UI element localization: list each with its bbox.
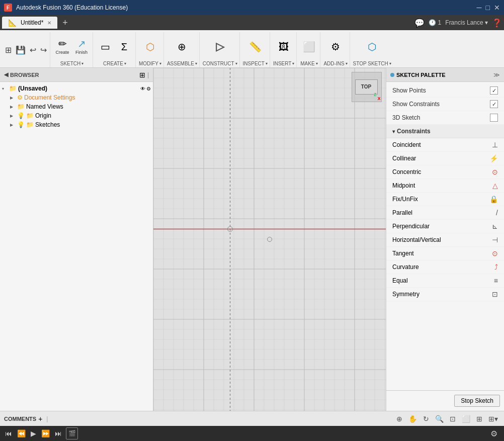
expand-icon-sketches[interactable]: ▶	[10, 123, 17, 127]
minimize-button[interactable]: ─	[477, 4, 482, 12]
browser-title-text: BROWSER	[10, 72, 39, 78]
expand-icon-origin[interactable]: ▶	[10, 114, 17, 118]
new-tab-button[interactable]: +	[58, 16, 72, 30]
tab-untitled[interactable]: 📐 Untitled* ✕	[2, 17, 57, 29]
tree-item-sketches[interactable]: ▶ 💡 📁 Sketches	[0, 120, 153, 129]
chat-icon[interactable]: 💬	[414, 18, 425, 28]
canvas-area[interactable]: TOP X Z	[153, 68, 386, 411]
make-label[interactable]: MAKE	[300, 61, 317, 67]
insert-label[interactable]: INSERT	[273, 61, 295, 67]
undo-button[interactable]: ↩	[29, 44, 37, 56]
history-icon[interactable]: 🕐 1	[429, 19, 441, 26]
show-points-row[interactable]: Show Points	[386, 84, 504, 98]
help-icon[interactable]: ❓	[492, 18, 502, 28]
root-eye-icon[interactable]: 👁	[140, 86, 145, 92]
step-forward-button[interactable]: ⏩	[40, 428, 51, 438]
add-comment-icon[interactable]: +	[38, 415, 42, 423]
show-points-label: Show Points	[392, 87, 426, 94]
modify-label[interactable]: MODIFY	[139, 61, 161, 67]
show-constraints-checkbox[interactable]	[490, 100, 498, 108]
tree-item-named-views[interactable]: ▶ 📁 Named Views	[0, 102, 153, 111]
inspect-button[interactable]: 📏	[246, 34, 264, 59]
addins-button[interactable]: ⚙	[326, 34, 345, 59]
step-back-button[interactable]: ⏪	[16, 428, 27, 438]
browser-collapse-icon[interactable]: ◀	[4, 71, 8, 78]
inspect-label[interactable]: INSPECT	[243, 61, 268, 67]
user-menu[interactable]: Francis Lance ▾	[445, 19, 488, 26]
redo-button[interactable]: ↪	[39, 44, 48, 56]
save-button[interactable]: 💾	[15, 44, 27, 56]
tree-item-root[interactable]: ▾ 📁 (Unsaved) 👁 ⚙	[0, 84, 153, 93]
create-sketch-button[interactable]: ✏ Create	[53, 34, 71, 59]
title-bar-controls[interactable]: ─ □ ✕	[477, 4, 500, 12]
construct-button[interactable]: ▷	[211, 34, 229, 59]
pan-button[interactable]: ✋	[406, 414, 419, 424]
play-button[interactable]: ▶	[30, 428, 37, 438]
parallel-row[interactable]: Parallel /	[386, 206, 504, 220]
sigma-button[interactable]: Σ	[115, 34, 133, 59]
constraints-section[interactable]: Constraints	[386, 125, 504, 138]
midpoint-row[interactable]: Midpoint △	[386, 179, 504, 193]
browser-expand-icon[interactable]: ⊞	[139, 71, 145, 79]
palette-header: SKETCH PALETTE ≫	[386, 68, 504, 82]
concentric-row[interactable]: Concentric ⊙	[386, 165, 504, 179]
go-to-start-button[interactable]: ⏮	[4, 428, 13, 438]
3d-sketch-checkbox[interactable]	[490, 114, 498, 122]
sketch-label[interactable]: SKETCH	[60, 61, 84, 67]
3d-sketch-label: 3D Sketch	[392, 114, 420, 121]
rectangle-button[interactable]: ▭	[96, 34, 114, 59]
coincident-row[interactable]: Coincident ⊥	[386, 138, 504, 152]
horizontal-vertical-row[interactable]: Horizontal/Vertical ⊣	[386, 233, 504, 247]
stop-sketch-toolbar-button[interactable]: ⬡	[363, 34, 381, 59]
equal-row[interactable]: Equal ≡	[386, 274, 504, 288]
collinear-row[interactable]: Collinear ⚡	[386, 152, 504, 165]
show-points-checkbox[interactable]	[490, 86, 498, 95]
browser-title: ◀ BROWSER	[4, 71, 39, 78]
view-cube-container[interactable]: TOP X Z	[352, 72, 382, 102]
stop-sketch-label[interactable]: STOP SKETCH	[353, 61, 391, 67]
fix-unfix-row[interactable]: Fix/UnFix 🔒	[386, 193, 504, 206]
modify-button[interactable]: ⬡	[141, 34, 159, 59]
curvature-row[interactable]: Curvature ⤴	[386, 260, 504, 274]
fit-button[interactable]: ⊡	[448, 414, 458, 424]
stop-sketch-button[interactable]: Stop Sketch	[454, 395, 500, 407]
finish-sketch-button[interactable]: ↗ Finish	[72, 34, 91, 59]
tangent-row[interactable]: Tangent ⊙	[386, 247, 504, 260]
expand-icon-doc[interactable]: ▶	[10, 96, 17, 100]
root-settings-icon[interactable]: ⚙	[146, 86, 151, 92]
grid-settings-button[interactable]: ⊞▾	[486, 414, 500, 424]
view-cube[interactable]: TOP X Z	[352, 72, 382, 102]
grid-button[interactable]: ⊞	[4, 44, 13, 56]
root-name: (Unsaved)	[18, 85, 138, 92]
assemble-label[interactable]: ASSEMBLE	[167, 61, 197, 67]
close-button[interactable]: ✕	[494, 4, 500, 12]
create-label[interactable]: CREATE	[103, 61, 126, 67]
insert-button[interactable]: 🖼	[275, 34, 293, 59]
expand-icon-root[interactable]: ▾	[2, 86, 9, 91]
maximize-button[interactable]: □	[486, 4, 490, 12]
zoom-button[interactable]: 🔍	[433, 414, 446, 424]
3d-sketch-row[interactable]: 3D Sketch	[386, 111, 504, 125]
display-mode-button[interactable]: ⬜	[460, 414, 472, 424]
construct-label[interactable]: CONSTRUCT	[203, 61, 237, 67]
make-button[interactable]: ⬜	[300, 34, 318, 59]
browser-panel: ◀ BROWSER ⊞ | ▾ 📁 (Unsaved) 👁 ⚙ ▶ ⚙ Docu…	[0, 68, 153, 411]
navigation-button[interactable]: ⊕	[394, 414, 404, 424]
grid-display-button[interactable]: ⊞	[474, 414, 484, 424]
tree-item-origin[interactable]: ▶ 💡 📁 Origin	[0, 111, 153, 120]
show-constraints-row[interactable]: Show Constraints	[386, 98, 504, 111]
footer-settings-icon[interactable]: ⚙	[488, 427, 500, 439]
symmetry-row[interactable]: Symmetry ⊡	[386, 288, 504, 301]
insert-group: 🖼 INSERT	[271, 32, 297, 67]
addins-label[interactable]: ADD-INS	[323, 61, 347, 67]
doc-settings-name: Document Settings	[24, 94, 151, 101]
tree-item-doc-settings[interactable]: ▶ ⚙ Document Settings	[0, 93, 153, 102]
keyframe-icon[interactable]: 🎬	[66, 427, 78, 439]
go-to-end-button[interactable]: ⏭	[54, 428, 63, 438]
palette-expand-icon[interactable]: ≫	[493, 71, 500, 78]
perpendicular-row[interactable]: Perpendicular ⊾	[386, 220, 504, 233]
tab-close-icon[interactable]: ✕	[47, 20, 51, 26]
expand-icon-views[interactable]: ▶	[10, 105, 17, 109]
assemble-button[interactable]: ⊕	[173, 34, 191, 59]
orbit-button[interactable]: ↻	[421, 414, 431, 424]
